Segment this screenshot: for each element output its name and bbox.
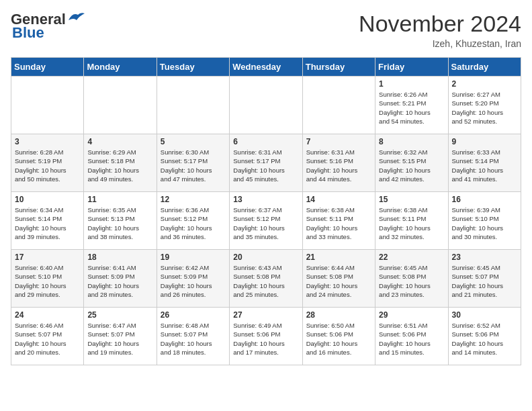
calendar-day-cell bbox=[11, 77, 84, 134]
day-number: 9 bbox=[452, 137, 517, 146]
calendar-week-row: 24Sunrise: 6:46 AM Sunset: 5:07 PM Dayli… bbox=[11, 308, 521, 365]
day-number: 8 bbox=[379, 137, 444, 146]
day-info: Sunrise: 6:37 AM Sunset: 5:12 PM Dayligh… bbox=[233, 205, 298, 241]
day-number: 30 bbox=[452, 310, 517, 320]
day-info: Sunrise: 6:51 AM Sunset: 5:06 PM Dayligh… bbox=[379, 321, 444, 357]
calendar-day-cell: 30Sunrise: 6:52 AM Sunset: 5:06 PM Dayli… bbox=[448, 308, 521, 365]
day-number: 16 bbox=[452, 195, 517, 204]
calendar-day-cell: 10Sunrise: 6:34 AM Sunset: 5:14 PM Dayli… bbox=[11, 192, 84, 250]
calendar-day-cell: 24Sunrise: 6:46 AM Sunset: 5:07 PM Dayli… bbox=[11, 308, 84, 365]
calendar-day-cell: 20Sunrise: 6:43 AM Sunset: 5:08 PM Dayli… bbox=[230, 250, 302, 308]
day-number: 20 bbox=[233, 253, 298, 262]
day-info: Sunrise: 6:34 AM Sunset: 5:14 PM Dayligh… bbox=[15, 205, 80, 241]
day-number: 24 bbox=[15, 310, 80, 320]
day-number: 15 bbox=[379, 195, 444, 204]
weekday-header-wednesday: Wednesday bbox=[230, 58, 302, 77]
page-header: General Blue November 2024 Izeh, Khuzest… bbox=[11, 11, 521, 49]
calendar-day-cell: 16Sunrise: 6:39 AM Sunset: 5:10 PM Dayli… bbox=[448, 192, 521, 250]
day-info: Sunrise: 6:44 AM Sunset: 5:08 PM Dayligh… bbox=[306, 263, 371, 299]
weekday-header-thursday: Thursday bbox=[302, 58, 375, 77]
day-number: 2 bbox=[452, 79, 517, 89]
day-number: 19 bbox=[161, 253, 226, 262]
day-info: Sunrise: 6:41 AM Sunset: 5:09 PM Dayligh… bbox=[87, 263, 152, 299]
calendar-day-cell: 9Sunrise: 6:33 AM Sunset: 5:14 PM Daylig… bbox=[448, 134, 521, 192]
calendar-day-cell: 27Sunrise: 6:49 AM Sunset: 5:06 PM Dayli… bbox=[230, 308, 302, 365]
day-number: 28 bbox=[306, 310, 371, 320]
day-info: Sunrise: 6:49 AM Sunset: 5:06 PM Dayligh… bbox=[233, 321, 298, 357]
day-info: Sunrise: 6:45 AM Sunset: 5:08 PM Dayligh… bbox=[379, 263, 444, 299]
day-info: Sunrise: 6:46 AM Sunset: 5:07 PM Dayligh… bbox=[15, 321, 80, 357]
day-number: 10 bbox=[15, 195, 80, 204]
day-number: 5 bbox=[161, 137, 226, 146]
calendar-day-cell: 11Sunrise: 6:35 AM Sunset: 5:13 PM Dayli… bbox=[84, 192, 157, 250]
calendar-week-row: 1Sunrise: 6:26 AM Sunset: 5:21 PM Daylig… bbox=[11, 77, 521, 134]
calendar-day-cell: 29Sunrise: 6:51 AM Sunset: 5:06 PM Dayli… bbox=[375, 308, 448, 365]
day-info: Sunrise: 6:52 AM Sunset: 5:06 PM Dayligh… bbox=[452, 321, 517, 357]
weekday-header-tuesday: Tuesday bbox=[157, 58, 229, 77]
weekday-header-saturday: Saturday bbox=[448, 58, 521, 77]
weekday-header-monday: Monday bbox=[84, 58, 157, 77]
day-number: 7 bbox=[306, 137, 371, 146]
calendar-day-cell: 28Sunrise: 6:50 AM Sunset: 5:06 PM Dayli… bbox=[302, 308, 375, 365]
day-number: 18 bbox=[87, 253, 152, 262]
day-number: 17 bbox=[15, 253, 80, 262]
calendar-week-row: 10Sunrise: 6:34 AM Sunset: 5:14 PM Dayli… bbox=[11, 192, 521, 250]
day-info: Sunrise: 6:47 AM Sunset: 5:07 PM Dayligh… bbox=[87, 321, 152, 357]
calendar-day-cell bbox=[157, 77, 229, 134]
calendar-day-cell: 7Sunrise: 6:31 AM Sunset: 5:16 PM Daylig… bbox=[302, 134, 375, 192]
logo: General Blue bbox=[11, 11, 86, 42]
calendar-day-cell: 17Sunrise: 6:40 AM Sunset: 5:10 PM Dayli… bbox=[11, 250, 84, 308]
day-number: 3 bbox=[15, 137, 80, 146]
calendar-day-cell: 13Sunrise: 6:37 AM Sunset: 5:12 PM Dayli… bbox=[230, 192, 302, 250]
month-title: November 2024 bbox=[359, 11, 521, 37]
calendar-day-cell: 15Sunrise: 6:38 AM Sunset: 5:11 PM Dayli… bbox=[375, 192, 448, 250]
calendar-day-cell bbox=[230, 77, 302, 134]
calendar-day-cell: 26Sunrise: 6:48 AM Sunset: 5:07 PM Dayli… bbox=[157, 308, 229, 365]
day-info: Sunrise: 6:35 AM Sunset: 5:13 PM Dayligh… bbox=[87, 205, 152, 241]
day-number: 14 bbox=[306, 195, 371, 204]
calendar-day-cell: 3Sunrise: 6:28 AM Sunset: 5:19 PM Daylig… bbox=[11, 134, 84, 192]
logo-bird-icon bbox=[67, 11, 86, 24]
day-info: Sunrise: 6:36 AM Sunset: 5:12 PM Dayligh… bbox=[161, 205, 226, 241]
day-info: Sunrise: 6:38 AM Sunset: 5:11 PM Dayligh… bbox=[306, 205, 371, 241]
day-number: 26 bbox=[161, 310, 226, 320]
day-info: Sunrise: 6:27 AM Sunset: 5:20 PM Dayligh… bbox=[452, 90, 517, 126]
calendar-day-cell: 5Sunrise: 6:30 AM Sunset: 5:17 PM Daylig… bbox=[157, 134, 229, 192]
calendar-day-cell: 14Sunrise: 6:38 AM Sunset: 5:11 PM Dayli… bbox=[302, 192, 375, 250]
weekday-header-friday: Friday bbox=[375, 58, 448, 77]
day-info: Sunrise: 6:26 AM Sunset: 5:21 PM Dayligh… bbox=[379, 90, 444, 126]
calendar-day-cell: 2Sunrise: 6:27 AM Sunset: 5:20 PM Daylig… bbox=[448, 77, 521, 134]
day-number: 29 bbox=[379, 310, 444, 320]
day-number: 12 bbox=[161, 195, 226, 204]
calendar-day-cell: 12Sunrise: 6:36 AM Sunset: 5:12 PM Dayli… bbox=[157, 192, 229, 250]
day-number: 22 bbox=[379, 253, 444, 262]
day-number: 13 bbox=[233, 195, 298, 204]
calendar-day-cell: 8Sunrise: 6:32 AM Sunset: 5:15 PM Daylig… bbox=[375, 134, 448, 192]
day-info: Sunrise: 6:28 AM Sunset: 5:19 PM Dayligh… bbox=[15, 148, 80, 183]
day-number: 1 bbox=[379, 79, 444, 89]
day-info: Sunrise: 6:39 AM Sunset: 5:10 PM Dayligh… bbox=[452, 205, 517, 241]
calendar-day-cell: 4Sunrise: 6:29 AM Sunset: 5:18 PM Daylig… bbox=[84, 134, 157, 192]
day-info: Sunrise: 6:50 AM Sunset: 5:06 PM Dayligh… bbox=[306, 321, 371, 357]
weekday-header-sunday: Sunday bbox=[11, 58, 84, 77]
calendar-day-cell: 19Sunrise: 6:42 AM Sunset: 5:09 PM Dayli… bbox=[157, 250, 229, 308]
day-info: Sunrise: 6:33 AM Sunset: 5:14 PM Dayligh… bbox=[452, 148, 517, 183]
day-info: Sunrise: 6:48 AM Sunset: 5:07 PM Dayligh… bbox=[161, 321, 226, 357]
calendar-day-cell: 21Sunrise: 6:44 AM Sunset: 5:08 PM Dayli… bbox=[302, 250, 375, 308]
location-subtitle: Izeh, Khuzestan, Iran bbox=[359, 38, 521, 49]
day-info: Sunrise: 6:29 AM Sunset: 5:18 PM Dayligh… bbox=[87, 148, 152, 183]
calendar-day-cell: 23Sunrise: 6:45 AM Sunset: 5:07 PM Dayli… bbox=[448, 250, 521, 308]
logo-blue: Blue bbox=[12, 24, 44, 42]
calendar-day-cell: 1Sunrise: 6:26 AM Sunset: 5:21 PM Daylig… bbox=[375, 77, 448, 134]
day-info: Sunrise: 6:30 AM Sunset: 5:17 PM Dayligh… bbox=[161, 148, 226, 183]
calendar-day-cell bbox=[84, 77, 157, 134]
calendar-day-cell: 25Sunrise: 6:47 AM Sunset: 5:07 PM Dayli… bbox=[84, 308, 157, 365]
day-info: Sunrise: 6:31 AM Sunset: 5:17 PM Dayligh… bbox=[233, 148, 298, 183]
calendar-week-row: 17Sunrise: 6:40 AM Sunset: 5:10 PM Dayli… bbox=[11, 250, 521, 308]
day-info: Sunrise: 6:40 AM Sunset: 5:10 PM Dayligh… bbox=[15, 263, 80, 299]
calendar-day-cell: 18Sunrise: 6:41 AM Sunset: 5:09 PM Dayli… bbox=[84, 250, 157, 308]
day-number: 4 bbox=[87, 137, 152, 146]
day-info: Sunrise: 6:43 AM Sunset: 5:08 PM Dayligh… bbox=[233, 263, 298, 299]
day-number: 27 bbox=[233, 310, 298, 320]
calendar-week-row: 3Sunrise: 6:28 AM Sunset: 5:19 PM Daylig… bbox=[11, 134, 521, 192]
